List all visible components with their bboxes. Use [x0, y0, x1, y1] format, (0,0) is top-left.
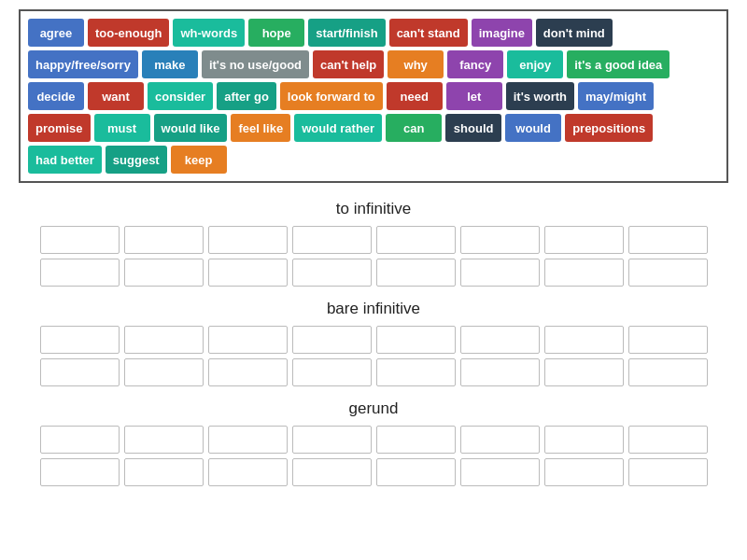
drop-box-2-1-7[interactable] [628, 458, 708, 486]
drop-box-0-0-1[interactable] [124, 226, 204, 254]
drop-row-0-0 [19, 226, 728, 254]
drop-box-2-0-3[interactable] [292, 426, 372, 454]
drop-box-1-0-2[interactable] [208, 326, 288, 354]
drop-box-2-1-1[interactable] [124, 458, 204, 486]
section-2: gerund [19, 399, 728, 486]
drop-box-2-0-7[interactable] [628, 426, 708, 454]
tiles-area: agreetoo-enoughwh-wordshopestart/finishc… [19, 9, 728, 183]
drop-row-2-1 [19, 458, 728, 486]
drop-box-1-1-5[interactable] [460, 358, 540, 386]
tile-24[interactable]: may/might [578, 82, 654, 110]
drop-rows-0 [19, 226, 728, 287]
drop-box-2-1-2[interactable] [208, 458, 288, 486]
tile-30[interactable]: can [386, 114, 442, 142]
drop-box-1-1-2[interactable] [208, 358, 288, 386]
drop-row-1-0 [19, 326, 728, 354]
tile-11[interactable]: can't help [313, 50, 384, 78]
tile-0[interactable]: agree [28, 19, 84, 47]
drop-box-1-1-3[interactable] [292, 358, 372, 386]
drop-box-0-1-0[interactable] [40, 259, 120, 287]
drop-row-0-1 [19, 259, 728, 287]
tile-6[interactable]: imagine [472, 19, 532, 47]
tile-29[interactable]: would rather [294, 114, 382, 142]
drop-box-0-1-6[interactable] [544, 259, 624, 287]
drop-box-1-1-1[interactable] [124, 358, 204, 386]
drop-box-0-0-2[interactable] [208, 226, 288, 254]
tile-22[interactable]: let [446, 82, 502, 110]
tile-28[interactable]: feel like [231, 114, 290, 142]
drop-row-1-1 [19, 358, 728, 386]
tile-34[interactable]: had better [28, 146, 102, 174]
tile-25[interactable]: promise [28, 114, 91, 142]
drop-box-1-0-1[interactable] [124, 326, 204, 354]
tile-26[interactable]: must [94, 114, 150, 142]
drop-box-1-0-6[interactable] [544, 326, 624, 354]
drop-box-1-0-0[interactable] [40, 326, 120, 354]
drop-box-2-1-6[interactable] [544, 458, 624, 486]
tile-15[interactable]: it's a good idea [567, 50, 669, 78]
drop-box-0-0-6[interactable] [544, 226, 624, 254]
drop-box-0-0-3[interactable] [292, 226, 372, 254]
section-title-2: gerund [19, 399, 728, 418]
tile-2[interactable]: wh-words [173, 19, 245, 47]
tile-16[interactable]: decide [28, 82, 84, 110]
tile-4[interactable]: start/finish [308, 19, 385, 47]
drop-box-2-0-2[interactable] [208, 426, 288, 454]
section-1: bare infinitive [19, 300, 728, 386]
drop-box-1-0-3[interactable] [292, 326, 372, 354]
drop-box-2-0-1[interactable] [124, 426, 204, 454]
drop-box-0-1-1[interactable] [124, 259, 204, 287]
drop-box-1-1-7[interactable] [628, 358, 708, 386]
tile-36[interactable]: keep [171, 146, 227, 174]
tile-13[interactable]: fancy [447, 50, 503, 78]
tile-10[interactable]: it's no use/good [202, 50, 309, 78]
tile-27[interactable]: would like [154, 114, 228, 142]
tile-12[interactable]: why [388, 50, 444, 78]
drop-box-2-0-4[interactable] [376, 426, 456, 454]
tile-21[interactable]: need [387, 82, 443, 110]
tile-19[interactable]: after go [217, 82, 276, 110]
tile-5[interactable]: can't stand [389, 19, 468, 47]
drop-box-1-1-4[interactable] [376, 358, 456, 386]
drop-box-2-0-5[interactable] [460, 426, 540, 454]
drop-box-0-0-7[interactable] [628, 226, 708, 254]
drop-box-2-1-4[interactable] [376, 458, 456, 486]
tile-3[interactable]: hope [248, 19, 304, 47]
drop-rows-1 [19, 326, 728, 386]
tile-17[interactable]: want [88, 82, 144, 110]
tile-8[interactable]: happy/free/sorry [28, 50, 138, 78]
drop-box-0-1-4[interactable] [376, 259, 456, 287]
tile-9[interactable]: make [142, 50, 198, 78]
tile-7[interactable]: don't mind [536, 19, 613, 47]
section-title-1: bare infinitive [19, 300, 728, 318]
tile-14[interactable]: enjoy [507, 50, 563, 78]
tile-20[interactable]: look forward to [280, 82, 383, 110]
drop-box-1-1-0[interactable] [40, 358, 120, 386]
drop-box-0-1-5[interactable] [460, 259, 540, 287]
tile-23[interactable]: it's worth [506, 82, 574, 110]
drop-box-0-0-4[interactable] [376, 226, 456, 254]
drop-box-0-1-2[interactable] [208, 259, 288, 287]
tile-31[interactable]: should [445, 114, 501, 142]
tile-1[interactable]: too-enough [88, 19, 169, 47]
drop-box-2-0-6[interactable] [544, 426, 624, 454]
drop-box-0-1-7[interactable] [628, 259, 708, 287]
drop-box-2-1-5[interactable] [460, 458, 540, 486]
tile-18[interactable]: consider [148, 82, 213, 110]
drop-box-2-1-0[interactable] [40, 458, 120, 486]
drop-box-2-0-0[interactable] [40, 426, 120, 454]
drop-box-0-0-5[interactable] [460, 226, 540, 254]
drop-box-2-1-3[interactable] [292, 458, 372, 486]
drop-box-1-1-6[interactable] [544, 358, 624, 386]
drop-box-1-0-4[interactable] [376, 326, 456, 354]
drop-box-0-0-0[interactable] [40, 226, 120, 254]
drop-rows-2 [19, 426, 728, 486]
drop-box-1-0-5[interactable] [460, 326, 540, 354]
drop-box-1-0-7[interactable] [628, 326, 708, 354]
sections-container: to infinitivebare infinitivegerund [19, 200, 728, 486]
tile-33[interactable]: prepositions [565, 114, 653, 142]
section-title-0: to infinitive [19, 200, 728, 218]
drop-box-0-1-3[interactable] [292, 259, 372, 287]
tile-32[interactable]: would [505, 114, 561, 142]
tile-35[interactable]: suggest [106, 146, 167, 174]
